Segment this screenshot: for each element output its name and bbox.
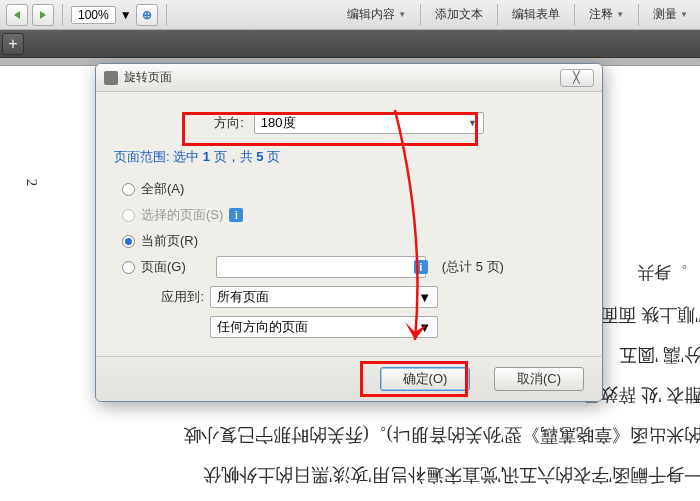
rotate-pages-dialog: 旋转页面 ╳ 方向: 180度 ▼ 页面范围: 选中 1 页，共 5 页 全部(…: [95, 63, 603, 402]
radio-all[interactable]: 全部(A): [122, 176, 584, 202]
close-button[interactable]: ╳: [560, 69, 594, 87]
chevron-down-icon: ▼: [468, 118, 477, 128]
edit-content-button[interactable]: 编辑内容▼: [341, 4, 412, 26]
redo-icon[interactable]: [32, 4, 54, 26]
dialog-titlebar[interactable]: 旋转页面 ╳: [96, 64, 602, 92]
add-text-button[interactable]: 添加文本: [429, 4, 489, 26]
ok-button[interactable]: 确定(O): [380, 367, 470, 391]
apply-to-select[interactable]: 所有页面▼: [210, 286, 438, 308]
radio-pages[interactable]: 页面(G) i (总计 5 页): [122, 254, 584, 280]
dialog-buttons: 确定(O) 取消(C): [96, 356, 602, 401]
info-icon[interactable]: i: [414, 260, 428, 274]
chevron-down-icon[interactable]: ▼: [120, 8, 132, 22]
total-pages-label: (总计 5 页): [442, 258, 504, 276]
cancel-button[interactable]: 取消(C): [494, 367, 584, 391]
apply-to-label: 应用到:: [122, 288, 210, 306]
chevron-down-icon: ▼: [418, 290, 431, 305]
zoom-control[interactable]: 100% ▼: [71, 6, 132, 24]
zoom-value[interactable]: 100%: [71, 6, 116, 24]
edit-form-button[interactable]: 编辑表单: [506, 4, 566, 26]
dialog-title: 旋转页面: [124, 69, 560, 86]
zoom-in-icon[interactable]: ⊕: [136, 4, 158, 26]
orientation-select[interactable]: 任何方向的页面▼: [210, 316, 438, 338]
direction-select[interactable]: 180度 ▼: [254, 112, 484, 134]
dialog-icon: [104, 71, 118, 85]
radio-selected: 选择的页面(S) i: [122, 202, 584, 228]
new-tab-button[interactable]: +: [2, 33, 24, 55]
pages-input[interactable]: [216, 256, 426, 278]
info-icon[interactable]: i: [229, 208, 243, 222]
page-range-summary: 页面范围: 选中 1 页，共 5 页: [114, 148, 584, 166]
radio-current[interactable]: 当前页(R): [122, 228, 584, 254]
annotate-button[interactable]: 注释▼: [583, 4, 630, 26]
chevron-down-icon: ▼: [418, 320, 431, 335]
direction-label: 方向:: [214, 114, 250, 132]
main-toolbar: 100% ▼ ⊕ 编辑内容▼ 添加文本 编辑表单 注释▼ 测量▼: [0, 0, 700, 30]
measure-button[interactable]: 测量▼: [647, 4, 694, 26]
undo-icon[interactable]: [6, 4, 28, 26]
page-number: 2: [23, 179, 40, 187]
tab-bar: +: [0, 30, 700, 58]
